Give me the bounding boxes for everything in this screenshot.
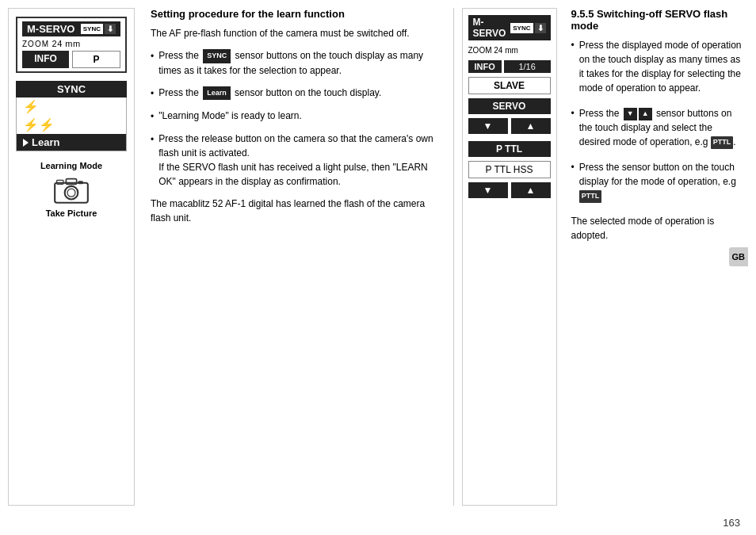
right-bullet-2: • Press the ▼ ▲ sensor buttons on the to… <box>571 106 743 149</box>
right-bullet-dot-2: • <box>571 106 575 149</box>
mservo-label-left: M-SERVO <box>27 23 74 35</box>
panel-divider <box>453 8 454 506</box>
sync-badge-left: SYNC <box>81 24 103 34</box>
bullet-text-4: Press the release button on the camera s… <box>158 132 437 189</box>
sync-icon-right: ⬇ <box>535 23 546 33</box>
zoom-line-left: ZOOM 24 mm <box>22 36 120 51</box>
learned-text: The macablitz 52 AF-1 digital has learne… <box>151 197 437 225</box>
arrow-up-btn-bottom[interactable]: ▲ <box>511 182 551 198</box>
bullet-item-1: • Press the SYNC sensor buttons on the t… <box>151 48 437 78</box>
right-bullet-dot-1: • <box>571 38 575 95</box>
arrow-down-btn-top[interactable]: ▼ <box>468 118 508 134</box>
pttl-inline-badge-2: PTTL <box>579 190 602 203</box>
bullet-text-3: "Learning Mode" is ready to learn. <box>158 109 302 124</box>
camera-icon <box>52 174 91 205</box>
nav-arrow-down-icon: ▼ <box>624 108 637 120</box>
right-section-title: 9.5.5 Switching-off SERVO flash mode <box>571 8 743 32</box>
pttl-inline-badge-1: PTTL <box>711 136 734 149</box>
right-instructions-panel: 9.5.5 Switching-off SERVO flash mode • P… <box>565 8 749 506</box>
svg-point-2 <box>67 189 75 197</box>
right-bullet-text-2: Press the ▼ ▲ sensor buttons on the touc… <box>579 106 742 149</box>
mservo-bar-right: M-SERVO SYNC ⬇ <box>468 15 551 40</box>
sync-items: ⚡ ⚡⚡ Learn <box>16 97 127 151</box>
mservo-bar-left: M-SERVO SYNC ⬇ <box>22 21 120 36</box>
sync-flash2: ⚡⚡ <box>17 116 126 134</box>
bullet-dot-3: • <box>151 109 154 124</box>
right-device-panel: M-SERVO SYNC ⬇ ZOOM 24 mm INFO 1/16 SLAV… <box>462 8 557 506</box>
sync-inline-badge: SYNC <box>203 49 231 63</box>
zoom-prefix-right: ZOOM <box>468 46 492 55</box>
mservo-label-right: M-SERVO <box>473 17 508 39</box>
info-btn-right: INFO <box>468 60 502 73</box>
info-p-row-left: INFO P <box>22 51 120 68</box>
learn-label: Learn <box>32 136 59 148</box>
arrow-up-btn-top[interactable]: ▲ <box>511 118 551 134</box>
sync-icon-left: ⬇ <box>105 24 116 34</box>
intro-text: The AF pre-flash function of the camera … <box>151 26 437 40</box>
svg-rect-5 <box>78 181 83 184</box>
info-fraction-row: INFO 1/16 <box>468 60 551 73</box>
bullet-dot-2: • <box>151 86 154 101</box>
servo-bar: SERVO <box>468 98 551 114</box>
page-number: 163 <box>0 514 756 535</box>
bullet-item-2: • Press the Learn sensor button on the t… <box>151 86 437 101</box>
pttl-bar: P TTL <box>468 141 551 157</box>
zoom-value-right: 24 mm <box>494 46 518 55</box>
right-bullet-3: • Press the sensor button on the touch d… <box>571 160 743 203</box>
nav-arrows-row-top: ▼ ▲ <box>468 118 551 134</box>
right-bullet-text-1: Press the displayed mode of operation on… <box>579 38 742 95</box>
fraction-btn: 1/16 <box>504 60 551 73</box>
pttl-hss-bar: P TTL HSS <box>468 161 551 178</box>
nav-arrows-inline-icon: ▼ ▲ <box>624 108 652 120</box>
nav-arrows-row-bottom: ▼ ▲ <box>468 182 551 198</box>
sync-header: SYNC <box>16 81 127 97</box>
right-column-wrapper: 9.5.5 Switching-off SERVO flash mode • P… <box>565 8 749 506</box>
adopted-text: The selected mode of operation is adopte… <box>571 214 743 243</box>
slave-bar: SLAVE <box>468 77 551 94</box>
learning-mode-label: Learning Mode <box>40 161 102 170</box>
take-picture-label: Take Picture <box>46 208 97 218</box>
p-btn-left: P <box>72 51 120 68</box>
device-screen-left: M-SERVO SYNC ⬇ ZOOM 24 mm INFO P <box>16 17 127 73</box>
middle-instructions-panel: Setting procedure for the learn function… <box>143 8 445 506</box>
sync-flash1: ⚡ <box>17 97 126 116</box>
bullet-dot-4: • <box>151 132 154 189</box>
zoom-line-right: ZOOM 24 mm <box>468 44 551 56</box>
info-btn-left: INFO <box>22 51 69 68</box>
zoom-value-left: 24 mm <box>52 39 81 48</box>
right-bullet-text-3: Press the sensor button on the touch dis… <box>579 160 742 203</box>
bullet-dot-1: • <box>151 49 154 78</box>
right-section: M-SERVO SYNC ⬇ ZOOM 24 mm INFO 1/16 SLAV… <box>462 8 749 506</box>
bullet-text-2: Press the Learn sensor button on the tou… <box>158 86 381 101</box>
left-device-panel: M-SERVO SYNC ⬇ ZOOM 24 mm INFO P SYNC ⚡ … <box>8 8 135 506</box>
right-bullet-dot-3: • <box>571 160 575 203</box>
learning-mode-section: Learning Mode Take Picture <box>16 161 127 218</box>
gb-badge: GB <box>729 247 749 266</box>
right-bullet-1: • Press the displayed mode of operation … <box>571 38 743 95</box>
learn-inline-badge: Learn <box>203 86 231 101</box>
middle-section-title: Setting procedure for the learn function <box>151 8 437 20</box>
svg-point-1 <box>65 186 78 200</box>
sync-badge-right: SYNC <box>510 23 533 33</box>
bullet-text-1: Press the SYNC sensor buttons on the tou… <box>158 48 437 78</box>
bullet-item-4: • Press the release button on the camera… <box>151 132 437 189</box>
learn-triangle-icon <box>23 139 29 147</box>
nav-arrow-up-icon: ▲ <box>639 108 652 120</box>
zoom-prefix-left: ZOOM <box>22 40 49 48</box>
sync-learn-item: Learn <box>17 134 126 151</box>
bullet-item-3: • "Learning Mode" is ready to learn. <box>151 109 437 124</box>
sync-section: SYNC ⚡ ⚡⚡ Learn <box>16 81 127 151</box>
arrow-down-btn-bottom[interactable]: ▼ <box>468 182 508 198</box>
